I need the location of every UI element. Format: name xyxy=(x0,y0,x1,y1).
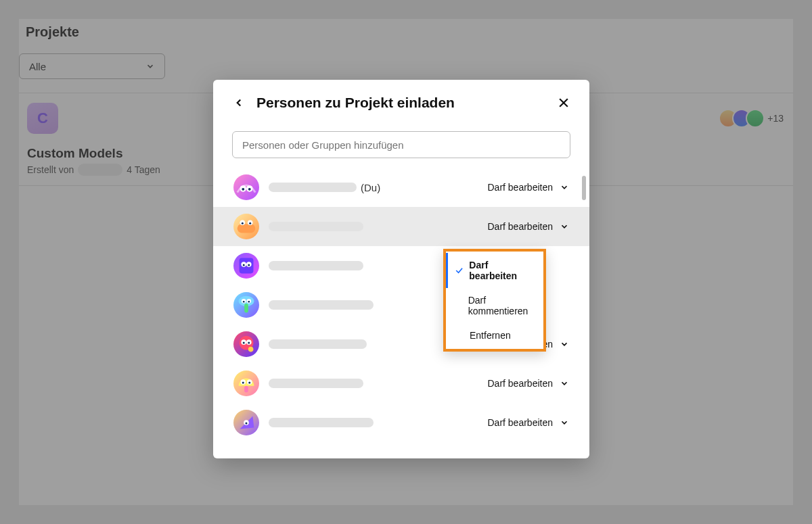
chevron-down-icon xyxy=(560,183,569,192)
redacted-name xyxy=(269,339,367,349)
permission-select[interactable]: Darf bearbeiten xyxy=(487,182,569,193)
permission-select[interactable]: Darf bearbeiten xyxy=(487,221,569,232)
permission-option-remove[interactable]: Entfernen xyxy=(446,323,543,348)
svg-point-21 xyxy=(248,301,250,303)
svg-point-26 xyxy=(248,342,250,344)
svg-point-5 xyxy=(248,188,251,191)
avatar xyxy=(233,410,259,435)
chevron-down-icon xyxy=(560,222,569,231)
member-row: (Du) Darf bearbeiten xyxy=(213,168,589,207)
svg-rect-11 xyxy=(240,258,254,274)
search-input[interactable] xyxy=(242,139,560,151)
redacted-name xyxy=(269,183,357,192)
permission-select[interactable]: Darf bearbeiten xyxy=(487,417,569,428)
member-list: (Du) Darf bearbeiten Darf bearbeiten xyxy=(213,168,589,458)
avatar xyxy=(233,174,259,200)
svg-point-25 xyxy=(243,342,245,344)
svg-point-4 xyxy=(242,188,244,191)
svg-rect-17 xyxy=(244,304,248,312)
avatar xyxy=(233,292,259,318)
scrollbar-thumb[interactable] xyxy=(582,176,586,200)
svg-point-15 xyxy=(248,264,250,266)
chevron-left-icon xyxy=(233,97,245,109)
svg-point-14 xyxy=(243,264,245,266)
avatar xyxy=(233,371,259,396)
chevron-down-icon xyxy=(560,379,569,388)
chevron-down-icon xyxy=(560,339,569,349)
svg-rect-6 xyxy=(238,224,256,233)
svg-point-30 xyxy=(242,382,244,384)
svg-point-27 xyxy=(248,347,254,352)
modal-title: Personen zu Projekt einladen xyxy=(256,95,546,111)
check-icon xyxy=(455,266,464,275)
svg-point-35 xyxy=(245,422,247,424)
permission-select[interactable]: Darf bearbeiten xyxy=(487,378,569,389)
permission-option-comment[interactable]: Darf kommentieren xyxy=(446,288,543,323)
redacted-name xyxy=(269,261,363,270)
redacted-name xyxy=(269,418,374,427)
member-row: Darf bearbeiten xyxy=(213,364,589,403)
permission-option-edit[interactable]: Darf bearbeiten xyxy=(446,253,543,288)
avatar xyxy=(233,253,259,279)
search-input-wrapper[interactable] xyxy=(232,131,570,158)
redacted-name xyxy=(269,300,374,310)
svg-point-10 xyxy=(249,222,251,224)
permission-dropdown: Darf bearbeiten Darf kommentieren Entfer… xyxy=(443,249,546,352)
svg-rect-32 xyxy=(244,386,248,393)
member-row: Darf bearbeiten xyxy=(213,403,589,442)
avatar xyxy=(233,331,259,357)
close-icon xyxy=(557,96,570,110)
svg-point-20 xyxy=(243,301,245,303)
you-suffix: (Du) xyxy=(361,182,380,193)
avatar xyxy=(233,214,259,239)
svg-point-31 xyxy=(248,382,250,384)
member-row: Darf bearbeiten xyxy=(213,207,589,246)
svg-point-9 xyxy=(242,222,244,224)
redacted-name xyxy=(269,222,363,231)
redacted-name xyxy=(269,379,363,388)
invite-modal: Personen zu Projekt einladen (Du) Darf b… xyxy=(213,80,589,458)
chevron-down-icon xyxy=(560,418,569,427)
close-button[interactable] xyxy=(554,93,573,112)
back-button[interactable] xyxy=(229,93,248,112)
